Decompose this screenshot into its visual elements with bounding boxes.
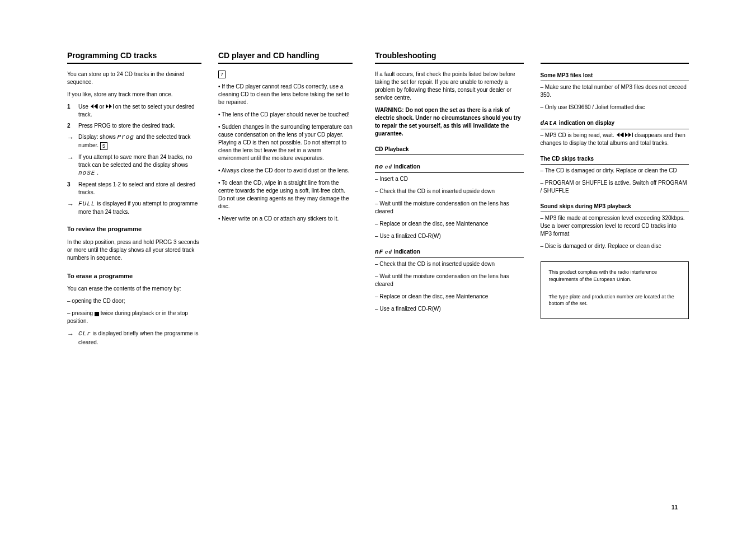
bullet: – PROGRAM or SHUFFLE is active. Switch o… xyxy=(541,179,689,195)
step-number: 1 xyxy=(67,103,75,119)
bullet: – Only use ISO9660 / Joliet formatted di… xyxy=(541,104,689,111)
step-row: 3 Repeat steps 1-2 to select and store a… xyxy=(67,181,201,196)
bullet: – The CD is damaged or dirty. Replace or… xyxy=(541,167,689,175)
bullet: – Use a finalized CD-R(W) xyxy=(375,305,524,313)
bullet: – MP3 CD is being read, wait. disappears… xyxy=(541,132,689,147)
subheading-review: To review the programme xyxy=(67,225,201,233)
subheading-erase: To erase a programme xyxy=(67,272,201,280)
bullet: – MP3 file made at compression level exc… xyxy=(541,214,689,238)
intro-text: You can store up to 24 CD tracks in the … xyxy=(67,71,201,86)
result-text: FULL is displayed if you attempt to prog… xyxy=(78,200,201,216)
result-text: CLr is displayed briefly when the progra… xyxy=(78,330,201,346)
lcd-text: Prog xyxy=(117,134,134,140)
bullet: – Insert a CD xyxy=(375,175,524,183)
bullet: – Wait until the moisture condensation o… xyxy=(375,273,524,288)
bullet: – Replace or clean the disc, see Mainten… xyxy=(375,220,524,228)
lcd-text: FULL xyxy=(78,200,95,207)
note-text: This product complies with the radio int… xyxy=(549,269,681,283)
step-body: Press PROG to store the desired track. xyxy=(78,122,201,130)
result-line: → Display: shows Prog and the selected t… xyxy=(67,133,201,150)
step-row: 1 Use or on the set to select your desir… xyxy=(67,103,201,119)
column-troubleshooting: Troubleshooting If a fault occurs, first… xyxy=(375,50,524,350)
symptom-heading: Sound skips during MP3 playback xyxy=(541,203,689,212)
result-text: Display: shows Prog and the selected tra… xyxy=(78,133,201,150)
figure-ref: 5 xyxy=(100,142,107,150)
step-number: 3 xyxy=(67,181,75,196)
result-line: → CLr is displayed briefly when the prog… xyxy=(67,330,201,346)
arrow-icon: → xyxy=(67,133,75,150)
column-programming: Programming CD tracks You can store up t… xyxy=(67,50,201,350)
bullet: – Check that the CD is not inserted upsi… xyxy=(375,188,524,195)
bullet: • Sudden changes in the surrounding temp… xyxy=(218,123,353,162)
intro-text-2: If you like, store any track more than o… xyxy=(67,91,201,99)
step-row: 2 Press PROG to store the desired track. xyxy=(67,122,201,130)
bullet: – Use a finalized CD-R(W) xyxy=(375,232,524,240)
lcd-text: noSE xyxy=(78,170,95,176)
column-handling: CD player and CD handling 7 • If the CD … xyxy=(218,50,353,350)
right-block: Troubleshooting If a fault occurs, first… xyxy=(375,50,689,350)
bullet: • If the CD player cannot read CDs corre… xyxy=(218,83,353,106)
bullet: – Replace or clean the disc, see Mainten… xyxy=(375,293,524,301)
prev-track-icon xyxy=(616,132,624,139)
bullet: – Disc is damaged or dirty. Replace or c… xyxy=(541,242,689,250)
compliance-note: This product complies with the radio int… xyxy=(541,261,689,318)
bullet: • Always close the CD door to avoid dust… xyxy=(218,167,353,175)
heading-troubleshooting: Troubleshooting xyxy=(375,50,524,64)
step-number: 2 xyxy=(67,122,75,130)
prev-track-icon xyxy=(90,103,98,111)
next-track-icon xyxy=(625,132,633,139)
left-block: Programming CD tracks You can store up t… xyxy=(67,50,353,350)
bullet: • The lens of the CD player should never… xyxy=(218,111,353,119)
symptom-heading: no cd indication xyxy=(375,163,524,173)
warning-text: WARNING: Do not open the set as there is… xyxy=(375,106,524,138)
lcd-text: CLr xyxy=(78,330,91,337)
arrow-icon: → xyxy=(67,153,75,177)
bullet: – pressing twice during playback or in t… xyxy=(67,310,201,325)
step-body: Repeat steps 1-2 to select and store all… xyxy=(78,181,201,196)
symptom-heading: Some MP3 files lost xyxy=(541,72,689,81)
result-line: → If you attempt to save more than 24 tr… xyxy=(67,153,201,177)
arrow-icon: → xyxy=(67,200,75,216)
result-text: If you attempt to save more than 24 trac… xyxy=(78,153,201,177)
bullet: – Wait until the moisture condensation o… xyxy=(375,200,524,216)
manual-page: Programming CD tracks You can store up t… xyxy=(67,50,689,350)
column-troubleshooting-2: Some MP3 files lost – Make sure the tota… xyxy=(541,50,689,350)
bullet: • To clean the CD, wipe in a straight li… xyxy=(218,179,353,210)
result-line: → FULL is displayed if you attempt to pr… xyxy=(67,200,201,216)
heading-handling: CD player and CD handling xyxy=(218,50,353,64)
symptom-heading: dAtA indication on display xyxy=(541,119,689,129)
bullet: • Never write on a CD or attach any stic… xyxy=(218,215,353,223)
paragraph: You can erase the contents of the memory… xyxy=(67,285,201,293)
heading-programming: Programming CD tracks xyxy=(67,50,201,64)
paragraph: In the stop position, press and hold PRO… xyxy=(67,238,201,262)
bullet: – Check that the CD is not inserted upsi… xyxy=(375,260,524,268)
step-body: Use or on the set to select your desired… xyxy=(78,103,201,119)
stop-icon xyxy=(95,312,99,316)
figure-ref-line: 7 xyxy=(218,71,353,78)
figure-ref: 7 xyxy=(218,71,226,78)
next-track-icon xyxy=(106,103,114,111)
bullet: – Make sure the total number of MP3 file… xyxy=(541,83,689,99)
heading-blank xyxy=(541,50,689,64)
symptom-heading: The CD skips tracks xyxy=(541,155,689,165)
note-text: The type plate and production number are… xyxy=(549,293,681,307)
bullet: – opening the CD door; xyxy=(67,297,201,305)
symptom-heading: nF cd indication xyxy=(375,248,524,258)
subheading-cd-playback: CD Playback xyxy=(375,146,524,155)
paragraph: If a fault occurs, first check the point… xyxy=(375,71,524,102)
arrow-icon: → xyxy=(67,330,75,346)
